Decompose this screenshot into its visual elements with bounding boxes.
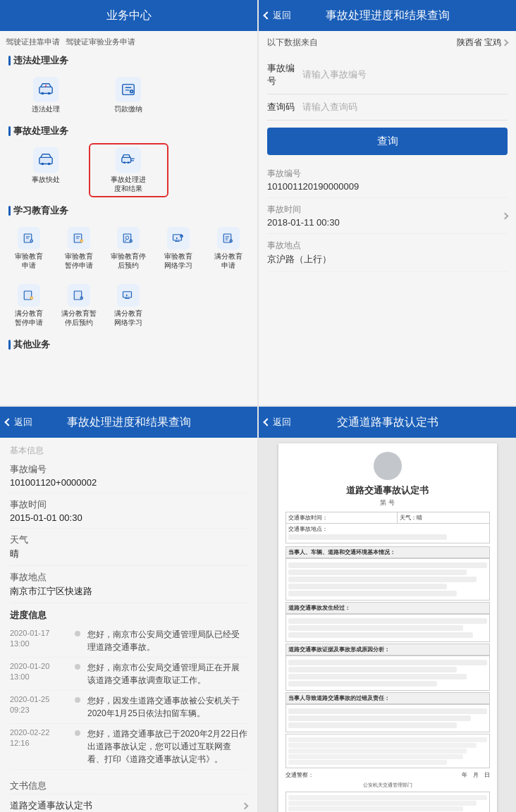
basic-info-label: 基本信息 [10, 442, 247, 458]
header-title-3: 事故处理进度和结果查询 [67, 415, 191, 430]
service-edu-pause[interactable]: 审验教育暂停申请 [56, 223, 103, 274]
service-edu-online[interactable]: 审验教育网络学习 [155, 223, 202, 274]
doc-line-u2 [288, 801, 477, 806]
service-accident-progress-label: 事故处理进度和结果 [111, 175, 146, 193]
doc-line-t4 [288, 754, 463, 759]
doc-line-t3 [288, 749, 467, 753]
edu-full-pause-label: 满分教育暂停申请 [15, 309, 43, 327]
progress-desc-2: 您好，因发生道路交通事故被公安机关于2020年1月25日依法扣留车辆。 [87, 694, 247, 720]
doc-section: 文书信息 道路交通事故认定书 [10, 775, 247, 812]
query-code-input[interactable]: 请输入查询码 [302, 101, 508, 113]
query-button[interactable]: 查询 [267, 128, 508, 155]
result-accident-id-value: 101001120190000009 [267, 181, 508, 192]
service-violation[interactable]: 违法处理 [6, 73, 86, 118]
progress-item-0: 2020-01-1713:00 您好，南京市公安局交通管理局队已经受理道路交通事… [10, 625, 247, 658]
edu-full-reserve-icon [68, 284, 90, 307]
svg-rect-8 [122, 157, 131, 162]
section-label-other: 其他业务 [0, 334, 257, 354]
doc-responsibility-content [285, 704, 490, 732]
doc-line-q3 [288, 632, 473, 638]
svg-point-19 [180, 235, 183, 238]
service-edu-reserve[interactable]: 审验教育停后预约 [105, 223, 152, 274]
service-fine-label: 罚款缴纳 [114, 104, 142, 113]
result-accident-id: 事故编号 101001120190000009 [267, 162, 508, 198]
doc-cell-time-label: 交通事故时间： [285, 512, 398, 524]
progress-section-title: 进度信息 [10, 603, 247, 625]
result-accident-time-left: 事故时间 2018-01-11 00:30 [267, 204, 340, 228]
accident-id-input[interactable]: 请输入事故编号 [302, 68, 508, 81]
doc-line-r4 [288, 681, 438, 687]
doc-section-process: 道路交通事故发生经过： [285, 602, 490, 614]
field-location-val: 南京市江宁区快速路 [10, 585, 247, 598]
result-accident-time[interactable]: 事故时间 2018-01-11 00:30 [267, 198, 508, 234]
edu-full-icon [217, 227, 240, 250]
accident-id-field-row: 事故编号 请输入事故编号 [267, 56, 508, 94]
service-edu-full-reserve[interactable]: 满分教育暂停后预约 [56, 280, 103, 331]
back-button-2[interactable]: 返回 [264, 9, 291, 22]
accident-grid: 事故快处 事故处理进度和结果 [0, 140, 257, 200]
progress-dot-1 [75, 664, 80, 670]
back-button-3[interactable]: 返回 [6, 416, 32, 429]
service-edu-apply[interactable]: 审验教育申请 [6, 223, 53, 274]
doc-line-q2 [288, 625, 463, 631]
doc-line-s3 [288, 722, 457, 728]
doc-line-r3 [288, 674, 467, 679]
result-time-label: 事故时间 [267, 204, 340, 216]
edu-pause-label: 审验教育暂停申请 [65, 252, 93, 270]
doc-table-row-1: 交通事故地点： [285, 524, 489, 543]
progress-time-0: 2020-01-1713:00 [10, 628, 68, 653]
progress-desc-1: 您好，南京市公安局交通管理局正在开展该道路交通事故调查取证工作。 [87, 661, 247, 687]
service-violation-label: 违法处理 [32, 104, 60, 113]
svg-point-14 [80, 240, 83, 243]
doc-line-p3 [288, 577, 477, 582]
service-edu-full-online[interactable]: 满分教育网络学习 [105, 280, 152, 331]
region-display[interactable]: 陕西省 宝鸡 [457, 37, 508, 49]
back-button-4[interactable]: 返回 [264, 416, 291, 429]
header-accident-cert: 返回 交通道路事故认定书 [259, 407, 516, 438]
field-accident-time-val: 2015-01-01 00:30 [10, 512, 247, 523]
header-query: 返回 事故处理进度和结果查询 [259, 0, 516, 31]
data-source-label: 以下数据来自 [267, 37, 318, 49]
doc-line-p5 [288, 591, 457, 596]
progress-dot-3 [75, 730, 80, 736]
service-accident-progress[interactable]: 事故处理进度和结果 [89, 143, 169, 197]
progress-time-3: 2020-02-2212:16 [10, 727, 68, 765]
doc-line-s1 [288, 708, 487, 714]
back-chevron-4 [263, 418, 271, 426]
progress-item-1: 2020-01-2013:00 您好，南京市公安局交通管理局正在开展该道路交通事… [10, 658, 247, 691]
service-fine[interactable]: 罚款缴纳 [89, 73, 169, 118]
svg-point-6 [41, 163, 44, 166]
progress-item-3: 2020-02-2212:16 您好，道路交通事故已于2020年2月22日作出道… [10, 724, 247, 770]
back-label-3: 返回 [14, 416, 32, 429]
service-accident-quick[interactable]: 事故快处 [6, 143, 86, 197]
doc-sub-title: 第 号 [285, 498, 490, 508]
top-link-2[interactable]: 驾驶证审验业务申请 [66, 37, 135, 47]
doc-row-0[interactable]: 道路交通事故认定书 [10, 794, 247, 812]
doc-cell-location-label: 交通事故地点： [285, 524, 489, 543]
progress-desc-0: 您好，南京市公安局交通管理局队已经受理道路交通事故。 [87, 628, 247, 653]
business-center-content: 驾驶证挂靠申请 驾驶证审验业务申请 违法处理业务 违法处理 [0, 31, 257, 405]
service-edu-full[interactable]: 满分教育申请 [204, 223, 252, 274]
doc-section-title: 文书信息 [10, 775, 247, 794]
svg-rect-0 [39, 87, 52, 93]
top-links: 驾驶证挂靠申请 驾驶证审验业务申请 [0, 35, 257, 50]
top-link-1[interactable]: 驾驶证挂靠申请 [6, 37, 60, 47]
result-accident-id-label: 事故编号 [267, 168, 508, 180]
field-accident-id-val: 101001120+0000002 [10, 477, 247, 488]
result-location-label: 事故地点 [267, 240, 508, 252]
field-weather-key: 天气 [10, 534, 247, 546]
field-weather: 天气 晴 [10, 529, 247, 566]
doc-reconsideration [285, 734, 490, 768]
region-arrow [502, 39, 509, 47]
header-title-4: 交通道路事故认定书 [337, 415, 438, 430]
svg-rect-26 [123, 292, 132, 297]
doc-parties-content [285, 558, 490, 601]
svg-point-9 [124, 161, 126, 164]
edu-full-online-label: 满分教育网络学习 [114, 309, 142, 327]
back-chevron-2 [263, 11, 271, 19]
edu-full-pause-icon [18, 284, 40, 307]
edu-apply-icon [18, 227, 40, 250]
service-edu-full-pause[interactable]: 满分教育暂停申请 [6, 280, 53, 331]
progress-desc-3: 您好，道路交通事故已于2020年2月22日作出道路事故认定，您可以通过互联网查看… [87, 727, 247, 765]
svg-point-1 [41, 92, 44, 95]
